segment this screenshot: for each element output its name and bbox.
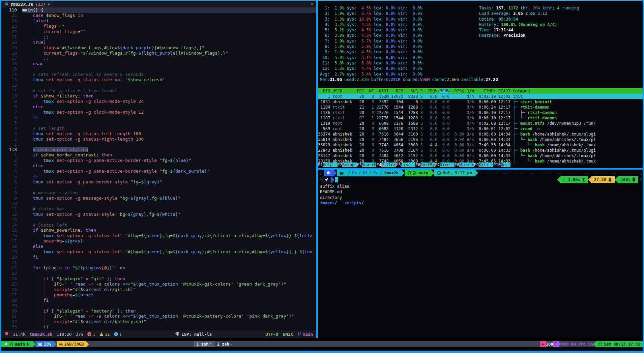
code-line[interactable]: 5 fi bbox=[1, 174, 316, 179]
code-line[interactable]: 25 │ │ IFS=' ' read -r -a colors <<<"$(g… bbox=[1, 282, 316, 287]
code-line[interactable]: 26 │ │ script="#($current_dir/git.sh)" bbox=[1, 287, 316, 292]
process-row[interactable]: 1186 rtkit 20 0 22776 1544 1288 S 0.0 0.… bbox=[318, 110, 643, 115]
code-line[interactable]: 11 # status bar bbox=[1, 206, 316, 212]
code-line[interactable]: 32 │ │ script="#($current_dir/battery.sh… bbox=[1, 319, 316, 324]
code-line[interactable]: 5 bbox=[1, 120, 316, 126]
code-line[interactable]: 28 │ fi bbox=[1, 298, 316, 303]
code-line[interactable]: 22 for lplugin in "${lplugins[@]}"; do bbox=[1, 265, 316, 271]
cursor-line[interactable]: 118 # pane border styling bbox=[1, 147, 316, 152]
diagnostic-warnings[interactable]: 11 bbox=[99, 332, 110, 337]
code-line[interactable]: 15 if $show_powerline; then bbox=[1, 228, 316, 233]
code-line[interactable]: 4 │ tmux set-option -g pane-active-borde… bbox=[1, 169, 316, 174]
fkey-kill[interactable]: F9Kill bbox=[474, 162, 494, 168]
tab-close-icon[interactable]: × bbox=[48, 2, 50, 7]
fkey-search[interactable]: F3Search bbox=[357, 162, 377, 168]
code-line[interactable]: 10 bbox=[1, 201, 316, 206]
code-line[interactable]: 1 if $show_border_contrast; then bbox=[1, 152, 316, 158]
code-line[interactable]: 6 fi bbox=[1, 115, 316, 120]
code-line[interactable]: 13 bbox=[1, 217, 316, 223]
code-line[interactable]: 3 tmux set-option -g status-left-length … bbox=[1, 131, 316, 137]
code-line[interactable]: 16 │ tmux set-option -g status-left "#[b… bbox=[1, 233, 316, 238]
editor-pane[interactable]: tmux2k.sh (13) × × 110main() {25 case $s… bbox=[1, 1, 316, 338]
fkey-list[interactable]: F5List bbox=[396, 162, 415, 168]
code-area[interactable]: 110main() {25 case $show_flags in24 fals… bbox=[1, 7, 316, 330]
code-line[interactable]: 1 bbox=[1, 142, 316, 147]
code-line[interactable]: 33 │ fi bbox=[1, 324, 316, 330]
sort-column-mem[interactable]: MEM% bbox=[440, 89, 449, 93]
htop-pane[interactable]: 1: 1.9% sys: 4.5% low: 0.0% vir: 0.0% 2:… bbox=[318, 1, 643, 168]
right-prompt-segment: 27.3G bbox=[591, 176, 615, 183]
code-line[interactable]: 14 # sets refresh interval to every 5 se… bbox=[1, 72, 316, 77]
code-line[interactable]: 18 else bbox=[1, 244, 316, 249]
code-line[interactable]: 8 else bbox=[1, 104, 316, 110]
process-row[interactable]: 35374 abhishek 20 0 7616 3644 3100 S 0.0… bbox=[318, 131, 643, 137]
code-line[interactable]: 2 tmux set-option -g status-right-length… bbox=[1, 137, 316, 142]
fkey-setup[interactable]: F2Setup bbox=[338, 162, 357, 168]
code-line[interactable]: 19 │ tmux set-option -g status-left "#[b… bbox=[1, 249, 316, 255]
code-line[interactable]: 4 # set length bbox=[1, 126, 316, 131]
code-line[interactable]: 23 │ flags="" bbox=[1, 24, 316, 29]
code-line[interactable]: 9 tmux set-option -g message-style "bg=$… bbox=[1, 196, 316, 201]
code-line[interactable]: 31 │ │ IFS=' ' read -r -a colors <<<"$(g… bbox=[1, 314, 316, 319]
tmux-window-2[interactable]: 2 zsh- bbox=[214, 341, 235, 347]
fkey-nice--[interactable]: F7Nice - bbox=[435, 162, 455, 168]
code-line[interactable]: 15 bbox=[1, 66, 316, 72]
code-line[interactable]: 13 tmux set-option -g status-interval "$… bbox=[1, 77, 316, 83]
code-line[interactable]: 3 else bbox=[1, 163, 316, 169]
code-line[interactable]: 7 │ tmux set-option -g clock-mode-style … bbox=[1, 110, 316, 115]
code-line[interactable]: 29 │ bbox=[1, 303, 316, 308]
process-row[interactable]: 1031 abhishek 20 0 2392 104 0 S 0.0 0.0 … bbox=[318, 99, 643, 105]
fkey-nice-+[interactable]: F8Nice + bbox=[455, 162, 474, 168]
code-line[interactable]: 20 true) bbox=[1, 40, 316, 45]
fkey-help[interactable]: F1Help bbox=[318, 162, 338, 168]
code-line[interactable]: 12 tmux set-option -g status-style "bg=$… bbox=[1, 212, 316, 217]
fkey-quit[interactable]: F10Quit bbox=[493, 162, 510, 168]
code-line[interactable]: 17 │ ;; bbox=[1, 56, 316, 61]
context-line[interactable]: 110main() { bbox=[1, 7, 316, 13]
code-line[interactable]: 25 case $show_flags in bbox=[1, 13, 316, 18]
code-line[interactable]: 12 bbox=[1, 83, 316, 88]
code-line[interactable]: 21 bbox=[1, 260, 316, 265]
code-line[interactable]: 18 │ current_flags="#{?window_flags,#[fg… bbox=[1, 51, 316, 56]
code-line[interactable]: 2 │ tmux set-option -g pane-active-borde… bbox=[1, 158, 316, 163]
code-line[interactable]: 20 fi bbox=[1, 255, 316, 260]
diagnostic-errors[interactable]: × 1 bbox=[87, 332, 95, 337]
process-row[interactable]: 1 root 20 0 162M 12072 9028 S 0.0 0.0 N/… bbox=[318, 94, 643, 99]
code-line[interactable]: 30 │ if [ "$lplugin" = "battery" ]; then bbox=[1, 308, 316, 314]
code-line[interactable]: 14 # Status left bbox=[1, 223, 316, 228]
code-line[interactable]: 23 │ bbox=[1, 271, 316, 276]
process-table[interactable]: PID USER PRI NI VIRT RES SHR S CPU% MEM%… bbox=[318, 88, 643, 164]
code-line[interactable]: 21 │ ;; bbox=[1, 34, 316, 40]
code-line[interactable]: 27 │ │ powerbg=${blue} bbox=[1, 292, 316, 298]
process-row[interactable]: 1184 rtkit 21 1 22776 1544 1288 S 0.0 0.… bbox=[318, 105, 643, 110]
code-line[interactable]: 16 esac bbox=[1, 61, 316, 66]
shell-output-line: images/ scripts/ bbox=[320, 200, 643, 206]
code-line[interactable]: 6 tmux set-option -g pane-border-style "… bbox=[1, 179, 316, 185]
process-row[interactable]: 569 root 20 0 6688 3120 2312 S 0.0 0.0 N… bbox=[318, 126, 643, 131]
code-line[interactable]: 19 │ flags="#{?window_flags,#[fg=${dark_… bbox=[1, 45, 316, 51]
process-table-header[interactable]: PID USER PRI NI VIRT RES SHR S CPU% MEM%… bbox=[318, 88, 643, 94]
fkey-sortby[interactable]: F6SortBy bbox=[415, 162, 435, 168]
process-row[interactable]: 27843 abhishek 20 0 7616 3708 3164 S 0.0… bbox=[318, 148, 643, 153]
shell-pane[interactable]: ╭─~/Pr/Gi/Pr/tmux2k mainSat, 5:17 pm╮ ╰✓… bbox=[318, 170, 643, 338]
terminal-cursor[interactable] bbox=[335, 177, 338, 182]
tabline-close-icon[interactable]: × bbox=[311, 2, 313, 7]
code-line[interactable]: 10 if $show_military; then bbox=[1, 93, 316, 99]
code-line[interactable]: 17 │ powerbg=${gray} bbox=[1, 238, 316, 244]
process-row[interactable]: 35823 abhishek 20 0 7748 4064 3308 S 4.4… bbox=[318, 142, 643, 148]
code-line[interactable]: 24 false) bbox=[1, 18, 316, 24]
code-line[interactable]: 9 │ tmux set-option -g clock-mode-style … bbox=[1, 99, 316, 104]
process-row[interactable]: 35814 abhishek 20 0 7484 3656 3196 S 0.0… bbox=[318, 137, 643, 142]
code-line[interactable]: 11 # set the prefix + t time format bbox=[1, 88, 316, 93]
code-line[interactable]: 8 # message styling bbox=[1, 190, 316, 196]
code-line[interactable]: 7 bbox=[1, 185, 316, 190]
diagnostic-info[interactable]: i 1 bbox=[114, 332, 122, 337]
code-line[interactable]: 22 │ current_flags="" bbox=[1, 29, 316, 34]
fkey-filter[interactable]: F4Filter bbox=[376, 162, 396, 168]
process-row[interactable]: 28147 abhishek 20 0 7484 3612 3152 S 0.0… bbox=[318, 153, 643, 158]
tmux-window-1[interactable]: 1 zsh* bbox=[194, 341, 214, 347]
code-line[interactable]: 24 │ if [ "$lplugin" = "git" ]; then bbox=[1, 276, 316, 282]
editor-tab[interactable]: tmux2k.sh (13) × bbox=[1, 1, 54, 7]
process-row[interactable]: 1187 rtkit RT 1 22776 1544 1288 S 0.0 0.… bbox=[318, 115, 643, 121]
process-row[interactable]: 1319 root 20 0 6608 2176 1688 S 0.0 0.0 … bbox=[318, 121, 643, 126]
